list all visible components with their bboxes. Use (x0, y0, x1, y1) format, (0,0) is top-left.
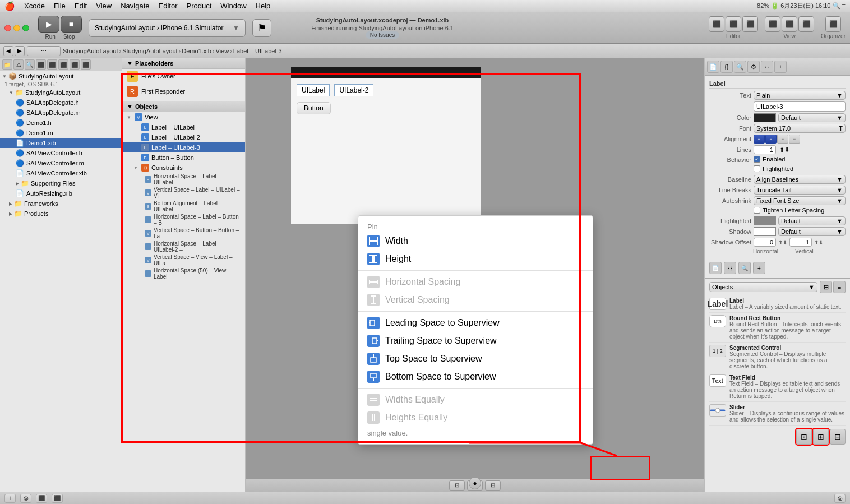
inspector-shadow-select[interactable]: Default▼ (778, 227, 846, 236)
editor-assistant-button[interactable]: ⬛ (726, 16, 741, 32)
menu-product[interactable]: Product (186, 2, 211, 10)
pin-heights-equally[interactable]: Heights Equally (358, 409, 593, 427)
menu-window[interactable]: Window (220, 2, 246, 10)
constraint-8[interactable]: H Horizontal Space (50) – View – Label (122, 267, 245, 280)
inspector-bottom-icon-1[interactable]: 📄 (709, 262, 722, 274)
constraint-1[interactable]: H Horizontal Space – Label – UILabel – (122, 173, 245, 186)
inspector-hl-select[interactable]: Default▼ (778, 216, 846, 225)
breadcrumb-3[interactable]: Demo1.xib (182, 48, 211, 54)
menu-file[interactable]: File (54, 2, 66, 10)
run-button[interactable]: ▶ (38, 16, 59, 33)
editor-version-button[interactable]: ⬛ (742, 16, 758, 32)
inspector-bottom-icon-2[interactable]: {} (724, 262, 736, 274)
lib-item-button[interactable]: Btn Round Rect Button Round Rect Button … (709, 313, 846, 343)
sidebar-item-demo1-h[interactable]: 🔵 Demo1.h (0, 118, 122, 128)
sidebar-icon-2[interactable]: ⚠ (13, 59, 24, 70)
menu-view[interactable]: View (96, 2, 112, 10)
inspector-shadow-stepper2[interactable]: ⬆⬇ (814, 239, 823, 246)
nav-back[interactable]: ◀ (3, 46, 13, 56)
constraint-5[interactable]: V Vertical Space – Button – Button – La (122, 226, 245, 240)
menu-navigate[interactable]: Navigate (121, 2, 149, 10)
align-left-btn[interactable]: ≡ (754, 135, 765, 144)
inspector-shadow-h[interactable]: 0 (754, 238, 776, 247)
inspector-color-box[interactable] (754, 113, 776, 122)
tree-view[interactable]: ▼ V View (122, 112, 245, 122)
canvas-button[interactable]: Button (297, 102, 331, 114)
sidebar-item-salvc-h[interactable]: 🔵 SALViewController.h (0, 148, 122, 158)
sidebar-icon-8[interactable]: ⬛ (81, 59, 91, 70)
view-utilities-button[interactable]: ⬛ (798, 16, 814, 32)
sidebar-item-demo1-m[interactable]: 🔵 Demo1.m (0, 128, 122, 138)
lib-item-segment[interactable]: 1 | 2 Segmented Control Segmented Contro… (709, 343, 846, 372)
breakpoints-button[interactable]: ⚑ (252, 19, 271, 37)
close-button[interactable] (4, 25, 11, 31)
statusbar-btn4[interactable]: ⬛ (52, 494, 63, 503)
inspector-highlighted-checkbox[interactable] (754, 165, 760, 172)
sidebar-icon-3[interactable]: 🔍 (25, 59, 35, 70)
inspector-lines-input[interactable]: 1 (754, 145, 776, 154)
inspector-icon-4[interactable]: ⚙ (747, 61, 760, 73)
sidebar-icon-1[interactable]: 📁 (2, 59, 12, 70)
canvas-resolve-btn[interactable]: ⊟ (485, 480, 501, 491)
statusbar-add[interactable]: + (4, 494, 16, 503)
canvas-zoom-button[interactable]: ● (469, 477, 481, 489)
constraint-6[interactable]: H Horizontal Space – Label – UILabel-2 – (122, 240, 245, 253)
sidebar-item-demo1-xib[interactable]: 📄 Demo1.xib (0, 138, 122, 148)
lib-item-slider[interactable]: Slider Slider – Displays a continuous ra… (709, 402, 846, 426)
align-justify-btn[interactable]: ≡ (789, 135, 800, 144)
tree-constraints[interactable]: ▼ ⊡ Constraints (122, 163, 245, 173)
sidebar-icon-4[interactable]: ⬛ (36, 59, 46, 70)
constraint-7[interactable]: V Vertical Space – View – Label – UILa (122, 253, 245, 267)
inspector-color-select[interactable]: Default▼ (778, 113, 846, 122)
breadcrumb-1[interactable]: StudyingAutoLayout (63, 48, 118, 54)
pin-v-spacing[interactable]: Vertical Spacing (358, 291, 593, 309)
nav-forward[interactable]: ▶ (15, 46, 25, 56)
inspector-autoshrink-select[interactable]: Fixed Font Size▼ (754, 196, 846, 205)
tree-button[interactable]: B Button – Button (122, 152, 245, 163)
sidebar-icon-6[interactable]: ⬛ (58, 59, 68, 70)
statusbar-circle[interactable]: ◎ (20, 494, 31, 503)
align-right-btn[interactable]: ≡ (777, 135, 788, 144)
sidebar-folder-supporting[interactable]: ▶ 📁 Supporting Files (0, 178, 122, 188)
sidebar-project-root[interactable]: ▼ 📦 StudyingAutoLayout (0, 71, 122, 81)
inspector-enabled-checkbox[interactable]: ✓ (754, 156, 760, 163)
align-center-btn[interactable]: ≡ (765, 135, 777, 144)
sidebar-folder-products[interactable]: ▶ 📁 Products (0, 209, 122, 219)
tree-label-uilabel[interactable]: L Label – UILabel (122, 122, 245, 132)
objects-list-view[interactable]: ≡ (833, 281, 846, 293)
bottom-pin-btn[interactable]: ⊞ (813, 429, 829, 445)
breadcrumb-5[interactable]: Label – UILabel-3 (233, 48, 282, 54)
bottom-resolve-btn[interactable]: ⊟ (830, 429, 846, 445)
inspector-shadow-v[interactable]: -1 (789, 238, 812, 247)
view-navigator-button[interactable]: ⬛ (765, 16, 780, 32)
editor-standard-button[interactable]: ⬛ (709, 16, 724, 32)
inspector-icon-3[interactable]: 🔍 (734, 61, 746, 73)
inspector-tighten-checkbox[interactable] (754, 207, 760, 214)
bottom-align-btn[interactable]: ⊡ (796, 429, 812, 445)
pin-bottom[interactable]: Bottom Space to Superview (358, 368, 593, 386)
menu-editor[interactable]: Editor (159, 2, 178, 10)
inspector-icon-6[interactable]: + (774, 61, 787, 73)
sidebar-folder-main[interactable]: ▼ 📁 StudyingAutoLayout (0, 87, 122, 98)
pin-height[interactable]: Height (358, 250, 593, 268)
organizer-button[interactable]: ⬛ (825, 16, 841, 32)
objects-library-select[interactable]: Objects ▼ (709, 282, 817, 292)
inspector-linebreaks-select[interactable]: Truncate Tail▼ (754, 186, 846, 195)
inspector-icon-5[interactable]: ↔ (761, 61, 773, 73)
inspector-hl-color-box[interactable] (754, 216, 776, 225)
tree-label-uilabel3[interactable]: L Label – UILabel-3 (122, 142, 245, 152)
menu-help[interactable]: Help (256, 2, 271, 10)
tree-label-uilabel2[interactable]: L Label – UILabel-2 (122, 132, 245, 142)
pin-leading[interactable]: Leading Space to Superview (358, 314, 593, 332)
pin-top[interactable]: Top Space to Superview (358, 350, 593, 368)
inspector-textfield-value[interactable]: UILabel-3 (754, 101, 846, 112)
statusbar-btn5[interactable]: ◎ (834, 494, 846, 503)
sidebar-icon-7[interactable]: ⬛ (70, 59, 80, 70)
inspector-icon-2[interactable]: {} (720, 61, 733, 73)
pin-trailing[interactable]: Trailing Space to Superview (358, 332, 593, 350)
sidebar-item-salvc-m[interactable]: 🔵 SALViewController.m (0, 158, 122, 168)
pin-width[interactable]: Width (358, 232, 593, 250)
breadcrumb-4[interactable]: View (216, 48, 229, 54)
constraint-4[interactable]: H Horizontal Space – Label – Button – B (122, 213, 245, 226)
sidebar-item-salappdelegate-m[interactable]: 🔵 SALAppDelegate.m (0, 108, 122, 118)
